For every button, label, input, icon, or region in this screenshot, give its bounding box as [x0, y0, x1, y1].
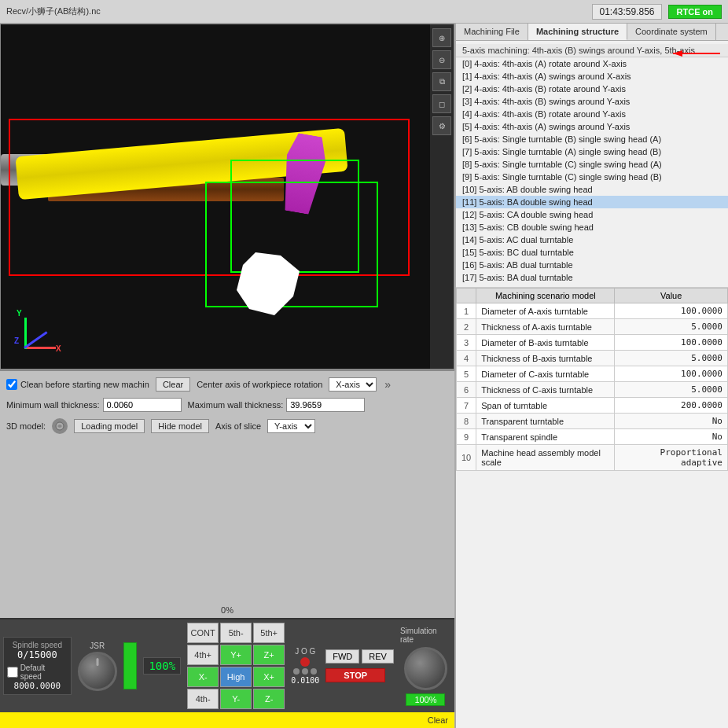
stop-btn[interactable]: STOP: [325, 668, 385, 682]
right-panel: Machining File Machining structure Coord…: [454, 24, 728, 728]
view-btn1[interactable]: ⧉: [432, 72, 451, 91]
slice-label: Axis of slice: [215, 421, 261, 431]
jog-section: J O G 0.0100: [291, 647, 319, 685]
zoom-in-btn[interactable]: ⊕: [432, 28, 451, 47]
fwd-btn[interactable]: FWD: [325, 649, 359, 664]
param-table-body: 1 Diameter of A-axis turntable 100.0000 …: [457, 303, 728, 471]
tab-coordinate-system[interactable]: Coordinate system: [627, 24, 716, 40]
center-axis-select[interactable]: X-axis Y-axis Z-axis: [329, 377, 377, 392]
red-arrow-svg: [665, 46, 728, 61]
slice-select[interactable]: Y-axis X-axis Z-axis: [267, 419, 315, 433]
axis-label-z: Z: [14, 336, 19, 345]
table-col-num: [457, 289, 476, 303]
sim-panel: Spindle speed 0/15000 Default speed 8000…: [0, 618, 454, 712]
row-param: Thickness of C-axis turntable: [476, 382, 615, 398]
row-value: 5.0000: [615, 319, 728, 335]
4th-plus-btn[interactable]: 4th+: [187, 645, 219, 665]
machine-item-7[interactable]: [7] 5-axis: Single turntable (A) single …: [456, 145, 728, 158]
file-path: Recv/小狮子(AB结构).nc: [6, 6, 101, 17]
machine-item-17[interactable]: [17] 5-axis: BA dual turntable: [456, 271, 728, 284]
jsr-label: JSR: [90, 642, 105, 650]
jsr-knob-container: JSR: [78, 642, 117, 691]
machine-item-8[interactable]: [8] 5-axis: Single turntable (C) single …: [456, 158, 728, 171]
machine-item-5[interactable]: [5] 4-axis: 4th-axis (A) swings around Y…: [456, 120, 728, 133]
view-btn2[interactable]: ◻: [432, 94, 451, 113]
jog-dots: [293, 668, 317, 675]
progress-bar-container: 0%: [0, 604, 454, 615]
machine-item-11[interactable]: [11] 5-axis: BA double swing head: [456, 196, 728, 208]
min-wall-input[interactable]: 0.0060: [103, 398, 182, 412]
machine-item-13[interactable]: [13] 5-axis: CB double swing head: [456, 221, 728, 233]
machine-item-12[interactable]: [12] 5-axis: CA double swing head: [456, 208, 728, 221]
param-table: Machining scenario model Value 1 Diamete…: [456, 288, 728, 728]
rev-btn[interactable]: REV: [362, 649, 394, 664]
high-btn[interactable]: High: [220, 667, 252, 687]
x-plus-btn[interactable]: X+: [253, 667, 285, 687]
row-param: Diameter of B-axis turntable: [476, 335, 615, 351]
row-param: Thickness of B-axis turntable: [476, 351, 615, 366]
machine-item-3[interactable]: [3] 4-axis: 4th-axis (B) swings around Y…: [456, 95, 728, 108]
machine-item-1[interactable]: [1] 4-axis: 4th-axis (A) swings around X…: [456, 70, 728, 83]
x-minus-btn[interactable]: X-: [187, 667, 219, 687]
tab-machining-file[interactable]: Machining File: [456, 24, 528, 40]
sim-rate-label: Simulation rate: [400, 627, 451, 644]
default-speed-check[interactable]: [7, 667, 18, 678]
machine-item-16[interactable]: [16] 5-axis: AB dual turntable: [456, 259, 728, 271]
table-row: 4 Thickness of B-axis turntable 5.0000: [457, 351, 728, 366]
spindle-speed-box: Spindle speed 0/15000 Default speed 8000…: [3, 637, 72, 695]
spindle-value: 0/15000: [17, 649, 57, 660]
zoom-out-btn[interactable]: ⊖: [432, 50, 451, 69]
center-axis-label: Center axis of workpiece rotation: [197, 380, 322, 389]
row-value: 100.0000: [615, 303, 728, 319]
machine-item-4[interactable]: [4] 4-axis: 4th-axis (B) rotate around Y…: [456, 108, 728, 120]
tab-machining-structure[interactable]: Machining structure: [528, 24, 627, 40]
btn-grid-wrapper: CONT 5th- 5th+ 4th+ Y+ Z+ X- High X+: [187, 623, 285, 709]
row-value: No: [615, 429, 728, 445]
loading-model-btn[interactable]: Loading model: [74, 419, 145, 433]
viewport[interactable]: X Y Z ⊕ ⊖ ⧉ ◻ ⚙: [0, 24, 454, 370]
cont-btn[interactable]: CONT: [187, 623, 219, 643]
y-minus-btn[interactable]: Y-: [220, 689, 252, 709]
time-display: 01:43:59.856: [592, 4, 661, 20]
yellow-bar: Clear: [0, 712, 454, 728]
default-speed-checkbox[interactable]: Default speed: [7, 664, 68, 681]
5th-plus-btn[interactable]: 5th+: [253, 623, 285, 643]
clean-checkbox-label[interactable]: Clean before starting new machin: [6, 379, 149, 390]
row-num: 5: [457, 366, 476, 382]
row-param: Thickness of A-axis turntable: [476, 319, 615, 335]
machine-item-15[interactable]: [15] 5-axis: BC dual turntable: [456, 246, 728, 259]
view-btn3[interactable]: ⚙: [432, 116, 451, 135]
row-value: No: [615, 414, 728, 429]
jog-value: 0.0100: [291, 676, 319, 685]
expand-icon[interactable]: »: [384, 378, 391, 391]
z-minus-btn[interactable]: Z-: [253, 689, 285, 709]
machine-item-9[interactable]: [9] 5-axis: Single turntable (C) single …: [456, 171, 728, 183]
table-row: 2 Thickness of A-axis turntable 5.0000: [457, 319, 728, 335]
clean-checkbox[interactable]: [6, 379, 17, 390]
status-button[interactable]: RTCE on: [668, 5, 722, 19]
sim-rate-knob[interactable]: [404, 647, 447, 690]
hide-model-btn[interactable]: Hide model: [151, 419, 209, 433]
z-plus-btn[interactable]: Z+: [253, 645, 285, 665]
jsr-knob[interactable]: [78, 652, 117, 691]
row-value: Proportional adaptive: [615, 445, 728, 471]
4th-minus-btn[interactable]: 4th-: [187, 689, 219, 709]
table-row: 5 Diameter of C-axis turntable 100.0000: [457, 366, 728, 382]
machine-item-2[interactable]: [2] 4-axis: 4th-axis (B) rotate around Y…: [456, 83, 728, 95]
default-speed-value: 8000.0000: [14, 681, 61, 691]
model-icon: [52, 418, 68, 434]
machine-item-10[interactable]: [10] 5-axis: AB double swing head: [456, 183, 728, 196]
clear-button[interactable]: Clear: [156, 377, 190, 392]
row-param: Span of turntable: [476, 398, 615, 414]
row-num: 4: [457, 351, 476, 366]
machine-item-14[interactable]: [14] 5-axis: AC dual turntable: [456, 233, 728, 246]
5th-minus-btn[interactable]: 5th-: [220, 623, 252, 643]
left-panel: X Y Z ⊕ ⊖ ⧉ ◻ ⚙ Clean befor: [0, 24, 454, 728]
tab-bar: Machining File Machining structure Coord…: [456, 24, 728, 41]
main-layout: X Y Z ⊕ ⊖ ⧉ ◻ ⚙ Clean befor: [0, 24, 728, 728]
max-wall-input[interactable]: 39.9659: [286, 398, 365, 412]
y-plus-btn[interactable]: Y+: [220, 645, 252, 665]
row-num: 6: [457, 382, 476, 398]
table-row: 6 Thickness of C-axis turntable 5.0000: [457, 382, 728, 398]
machine-item-6[interactable]: [6] 5-axis: Single turntable (B) single …: [456, 133, 728, 145]
